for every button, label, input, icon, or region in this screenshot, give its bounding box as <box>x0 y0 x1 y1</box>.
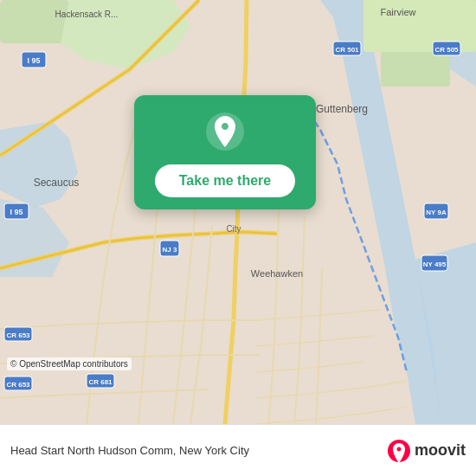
svg-text:CR 505: CR 505 <box>434 46 459 54</box>
svg-text:NY 495: NY 495 <box>423 261 447 268</box>
svg-text:Fairview: Fairview <box>381 7 416 17</box>
svg-text:CR 501: CR 501 <box>335 46 359 54</box>
moovit-logo: moovit <box>387 439 466 463</box>
card-overlay: Take me there <box>134 95 316 209</box>
location-pin-icon <box>204 111 246 152</box>
svg-text:NJ 3: NJ 3 <box>163 246 177 254</box>
svg-text:Hackensack R...: Hackensack R... <box>55 10 119 19</box>
svg-text:NY 9A: NY 9A <box>426 209 447 216</box>
svg-text:Secaucus: Secaucus <box>34 177 80 189</box>
svg-text:CR 653: CR 653 <box>6 381 30 389</box>
location-label: Head Start North Hudson Comm, New York C… <box>10 444 387 457</box>
moovit-wordmark: moovit <box>415 441 466 460</box>
svg-text:CR 653: CR 653 <box>6 331 30 339</box>
svg-text:I 95: I 95 <box>10 208 23 216</box>
svg-text:Weehawken: Weehawken <box>251 268 303 279</box>
svg-text:CR 681: CR 681 <box>88 378 113 386</box>
take-me-there-button[interactable]: Take me there <box>155 164 295 197</box>
svg-text:I 95: I 95 <box>27 56 40 65</box>
svg-rect-3 <box>381 52 450 87</box>
osm-attribution: © OpenStreetMap contributors <box>7 357 132 370</box>
svg-text:Guttenberg: Guttenberg <box>316 103 368 115</box>
bottom-bar: Head Start North Hudson Comm, New York C… <box>0 424 476 476</box>
svg-rect-1 <box>0 0 69 43</box>
moovit-brand-icon <box>387 439 411 463</box>
svg-text:City: City <box>226 224 241 234</box>
map-container: I 95 I 95 NJ 3 CR 501 CR 505 NY 9A NY 49… <box>0 0 476 424</box>
